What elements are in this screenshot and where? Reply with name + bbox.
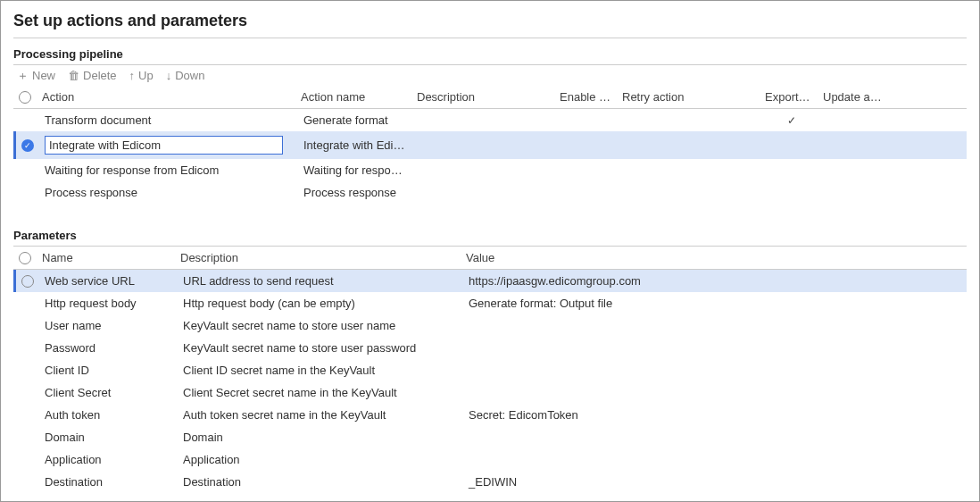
cell-action-name[interactable]: Integrate with Edicom bbox=[298, 134, 414, 156]
parameter-row[interactable]: Application Application bbox=[13, 448, 967, 471]
cell-param-desc[interactable]: KeyVault secret name to store user name bbox=[178, 314, 463, 337]
cell-param-desc[interactable]: KeyVault secret name to store user passw… bbox=[178, 337, 463, 359]
cell-param-name[interactable]: Web service URL bbox=[39, 270, 178, 292]
cell-param-desc[interactable]: Client Secret secret name in the KeyVaul… bbox=[178, 381, 463, 404]
row-selector[interactable] bbox=[16, 366, 39, 375]
cell-param-name[interactable]: Destination bbox=[39, 471, 178, 493]
cell-action-name[interactable]: Process response bbox=[298, 181, 414, 204]
parameter-row[interactable]: Domain Domain bbox=[13, 426, 967, 448]
select-all-radio[interactable] bbox=[13, 247, 37, 269]
cell-enable-retry[interactable] bbox=[557, 166, 619, 175]
cell-action-name[interactable]: Generate format bbox=[298, 109, 414, 131]
cell-param-desc[interactable]: Destination bbox=[178, 471, 463, 493]
col-action[interactable]: Action bbox=[37, 86, 295, 108]
row-selector[interactable] bbox=[16, 389, 39, 397]
parameter-row[interactable]: Client ID Client ID secret name in the K… bbox=[13, 359, 967, 381]
row-selector[interactable] bbox=[16, 478, 39, 487]
cell-param-value[interactable]: Generate format: Output file bbox=[463, 292, 967, 314]
up-button[interactable]: ↑ Up bbox=[129, 69, 154, 82]
select-all-radio[interactable] bbox=[13, 87, 37, 108]
pipeline-row[interactable]: ✓ Integrate with Edicom Integrate with E… bbox=[13, 131, 967, 159]
cell-param-name[interactable]: Client Secret bbox=[39, 381, 178, 404]
cell-param-value[interactable]: _EDIWIN bbox=[463, 471, 967, 493]
cell-export-result[interactable] bbox=[762, 166, 820, 175]
parameter-row[interactable]: Client Secret Client Secret secret name … bbox=[13, 381, 967, 404]
cell-param-name[interactable]: User name bbox=[39, 314, 178, 337]
row-selector[interactable] bbox=[16, 433, 39, 442]
cell-enable-retry[interactable] bbox=[557, 116, 619, 125]
cell-retry-action[interactable] bbox=[619, 166, 762, 175]
cell-param-desc[interactable]: Client ID secret name in the KeyVault bbox=[178, 359, 463, 381]
delete-button[interactable]: 🗑 Delete bbox=[68, 69, 117, 82]
row-selector[interactable] bbox=[16, 116, 39, 125]
cell-param-desc[interactable]: Application bbox=[178, 448, 463, 471]
cell-param-value[interactable]: https://ipaasgw.edicomgroup.com bbox=[463, 270, 967, 292]
cell-param-name[interactable]: Http request body bbox=[39, 292, 178, 314]
parameter-row[interactable]: User name KeyVault secret name to store … bbox=[13, 314, 967, 337]
cell-retry-action[interactable] bbox=[619, 188, 762, 197]
parameter-row[interactable]: Http request body Http request body (can… bbox=[13, 292, 967, 314]
new-button[interactable]: ＋ New bbox=[17, 69, 55, 82]
cell-param-value[interactable] bbox=[463, 456, 967, 464]
cell-param-name[interactable]: Password bbox=[39, 337, 178, 359]
col-param-value[interactable]: Value bbox=[461, 247, 967, 269]
radio-icon[interactable] bbox=[21, 275, 34, 288]
cell-action[interactable]: Waiting for response from Edicom bbox=[39, 159, 298, 181]
row-selector[interactable] bbox=[16, 166, 39, 175]
cell-param-desc[interactable]: Domain bbox=[178, 426, 463, 448]
cell-param-name[interactable]: Client ID bbox=[39, 359, 178, 381]
cell-export-result[interactable]: ✓ bbox=[762, 109, 820, 131]
col-update-act[interactable]: Update act... bbox=[818, 86, 889, 108]
cell-param-name[interactable]: Domain bbox=[39, 426, 178, 448]
pipeline-row[interactable]: Transform document Generate format ✓ bbox=[13, 109, 967, 131]
pipeline-row[interactable]: Waiting for response from Edicom Waiting… bbox=[13, 159, 967, 181]
cell-param-value[interactable] bbox=[463, 366, 967, 375]
col-param-description[interactable]: Description bbox=[175, 247, 461, 269]
cell-retry-action[interactable] bbox=[619, 116, 762, 125]
cell-param-desc[interactable]: Auth token secret name in the KeyVault bbox=[178, 404, 463, 426]
cell-update-act[interactable] bbox=[820, 116, 892, 125]
row-selector[interactable] bbox=[16, 411, 39, 420]
row-selector[interactable] bbox=[16, 271, 39, 292]
cell-param-value[interactable] bbox=[463, 389, 967, 397]
cell-enable-retry[interactable] bbox=[557, 141, 619, 150]
row-selector[interactable] bbox=[16, 344, 39, 353]
cell-export-result[interactable] bbox=[762, 188, 820, 197]
row-selector[interactable] bbox=[16, 299, 39, 308]
cell-description[interactable] bbox=[414, 116, 557, 125]
cell-export-result[interactable] bbox=[762, 141, 820, 150]
cell-param-value[interactable] bbox=[463, 322, 967, 330]
down-button[interactable]: ↓ Down bbox=[166, 69, 205, 82]
cell-enable-retry[interactable] bbox=[557, 188, 619, 197]
cell-param-value[interactable]: Secret: EdicomToken bbox=[463, 404, 967, 426]
cell-description[interactable] bbox=[414, 166, 557, 175]
cell-action[interactable]: Process response bbox=[39, 181, 298, 204]
cell-param-name[interactable]: Auth token bbox=[39, 404, 178, 426]
row-selector[interactable] bbox=[16, 456, 39, 464]
col-action-name[interactable]: Action name bbox=[295, 86, 411, 108]
parameter-row[interactable]: Password KeyVault secret name to store u… bbox=[13, 337, 967, 359]
cell-update-act[interactable] bbox=[820, 141, 892, 150]
cell-action[interactable]: Integrate with Edicom bbox=[39, 131, 298, 159]
action-input[interactable]: Integrate with Edicom bbox=[45, 136, 283, 155]
cell-param-value[interactable] bbox=[463, 433, 967, 442]
row-selector[interactable] bbox=[16, 322, 39, 330]
row-selector[interactable] bbox=[16, 188, 39, 197]
cell-param-desc[interactable]: URL address to send request bbox=[178, 270, 463, 292]
parameter-row[interactable]: Auth token Auth token secret name in the… bbox=[13, 404, 967, 426]
cell-update-act[interactable] bbox=[820, 166, 892, 175]
cell-action[interactable]: Transform document bbox=[39, 109, 298, 131]
cell-param-value[interactable] bbox=[463, 344, 967, 353]
cell-description[interactable] bbox=[414, 141, 557, 150]
col-param-name[interactable]: Name bbox=[37, 247, 175, 269]
col-enable-retry[interactable]: Enable retry bbox=[554, 86, 617, 108]
col-retry-action[interactable]: Retry action bbox=[617, 86, 760, 108]
cell-param-name[interactable]: Application bbox=[39, 448, 178, 471]
cell-param-desc[interactable]: Http request body (can be empty) bbox=[178, 292, 463, 314]
parameter-row[interactable]: Web service URL URL address to send requ… bbox=[13, 270, 967, 292]
col-description[interactable]: Description bbox=[411, 86, 554, 108]
cell-update-act[interactable] bbox=[820, 188, 892, 197]
col-export-result[interactable]: Export result bbox=[760, 86, 818, 108]
cell-description[interactable] bbox=[414, 188, 557, 197]
pipeline-row[interactable]: Process response Process response bbox=[13, 181, 967, 204]
